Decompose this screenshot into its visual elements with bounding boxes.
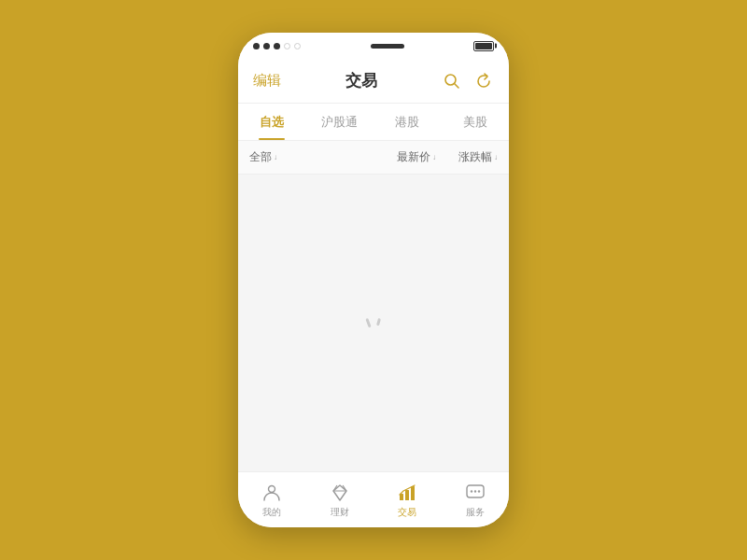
sort-change[interactable]: 涨跌幅 ↓ [458,149,498,165]
svg-point-11 [471,490,472,492]
page-title: 交易 [345,70,377,91]
bottom-tab-jiaoyi-label: 交易 [398,506,416,519]
bottom-tab-fuwu-label: 服务 [466,506,485,519]
status-bar [238,33,509,59]
sort-all[interactable]: 全部 ↓ [249,149,277,165]
sort-latest-price[interactable]: 最新价 ↓ [397,149,436,165]
edit-button[interactable]: 编辑 [253,72,281,90]
tab-hutong[interactable]: 沪股通 [306,104,374,140]
svg-point-13 [478,490,480,492]
sort-all-arrow: ↓ [274,153,277,161]
phone-frame: 编辑 交易 自选 沪股通 港股 [238,33,509,527]
battery-fill [475,43,492,49]
chart-icon [396,482,418,504]
mark-2 [376,318,381,327]
content-area [238,175,509,471]
notch [371,44,404,49]
bottom-tab-mine-label: 我的 [262,506,281,519]
bottom-tab-licai[interactable]: 理财 [306,472,374,527]
svg-point-12 [474,490,476,492]
dot-2 [263,43,270,49]
sort-change-arrow: ↓ [494,153,498,161]
tab-meiguo[interactable]: 美股 [442,104,510,140]
battery-icon [473,41,494,51]
tab-ganggu[interactable]: 港股 [374,104,442,140]
signal-dots [253,43,301,49]
svg-point-2 [269,485,275,492]
bottom-tab-jiaoyi[interactable]: 交易 [374,472,442,527]
placeholder-marks [367,318,380,328]
dot-1 [253,43,260,49]
person-icon [261,482,283,504]
sub-tabs: 自选 沪股通 港股 美股 [238,104,509,141]
svg-rect-8 [405,490,409,500]
bubble-icon [464,482,486,504]
refresh-icon[interactable] [473,71,494,91]
nav-icons [442,71,494,91]
svg-line-1 [455,83,458,87]
sort-bar: 全部 ↓ 最新价 ↓ 涨跌幅 ↓ [238,141,509,175]
sort-right-group: 最新价 ↓ 涨跌幅 ↓ [397,149,498,165]
dot-3 [274,43,280,49]
svg-rect-9 [411,486,415,500]
bottom-tab-fuwu[interactable]: 服务 [442,472,510,527]
tab-zixuan[interactable]: 自选 [238,104,306,140]
search-icon[interactable] [442,71,462,91]
diamond-icon [329,482,351,504]
mark-1 [365,318,371,328]
bottom-tab-mine[interactable]: 我的 [238,472,306,527]
sort-price-arrow: ↓ [432,153,436,161]
top-nav: 编辑 交易 [238,59,509,104]
dot-5 [294,43,301,49]
bottom-tabs: 我的 理财 交易 [238,471,509,527]
bottom-tab-licai-label: 理财 [331,506,349,519]
dot-4 [284,43,290,49]
